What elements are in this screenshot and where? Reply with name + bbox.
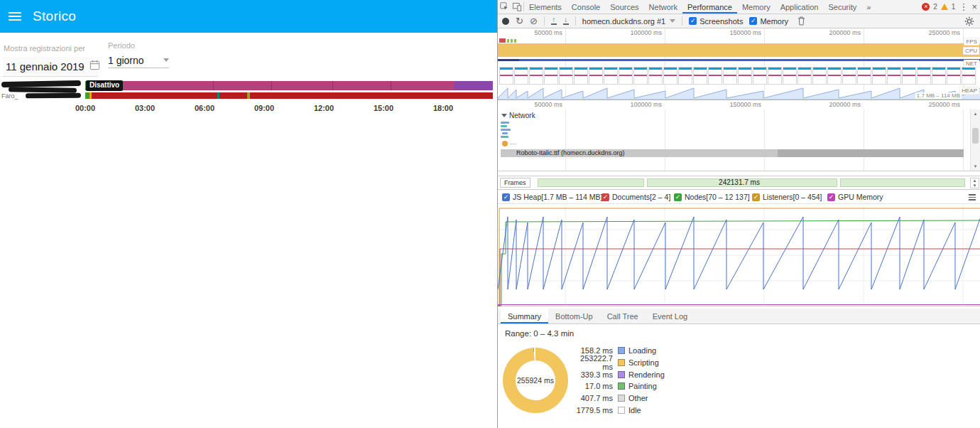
stepper-up-icon[interactable]: ▲ — [973, 178, 977, 183]
tab-call-tree[interactable]: Call Tree — [600, 309, 646, 323]
screenshot-thumbnail[interactable] — [738, 67, 752, 85]
timeline-overview[interactable]: 50000 ms 100000 ms 150000 ms 200000 ms 2… — [498, 28, 980, 100]
frame-segment[interactable] — [840, 178, 965, 187]
save-profile-icon[interactable]: ↓ — [563, 17, 569, 25]
screenshot-thumbnail[interactable] — [514, 67, 528, 85]
screenshot-thumbnail[interactable] — [932, 67, 946, 85]
tab-network[interactable]: Network — [644, 0, 682, 14]
network-request-bar[interactable] — [502, 132, 508, 134]
screenshot-thumbnail[interactable] — [544, 67, 558, 85]
screenshot-thumbnail[interactable] — [947, 67, 961, 85]
screenshot-thumbnail[interactable] — [619, 67, 633, 85]
counter-nodes[interactable]: Nodes[70 – 12 137] — [674, 193, 750, 201]
state-segment[interactable] — [217, 92, 219, 99]
kebab-menu-icon[interactable]: ⋮ — [959, 2, 968, 11]
counter-documents[interactable]: Documents[2 – 4] — [601, 193, 670, 201]
screenshot-thumbnail[interactable] — [708, 67, 722, 85]
scrollbar-thumb[interactable] — [972, 128, 979, 144]
date-picker-field[interactable]: 11 gennaio 2019 — [3, 57, 98, 77]
screenshot-thumbnail[interactable] — [768, 67, 782, 85]
screenshot-thumbnail[interactable] — [574, 67, 588, 85]
screenshot-thumbnail[interactable] — [753, 67, 767, 85]
screenshot-thumbnail[interactable] — [797, 67, 812, 85]
network-request-bar[interactable] — [501, 125, 507, 127]
network-request-bar[interactable] — [501, 122, 509, 124]
gear-icon[interactable] — [963, 16, 976, 27]
screenshot-thumbnail[interactable] — [693, 67, 707, 85]
network-request-bar[interactable] — [501, 129, 511, 131]
stepper-down-icon[interactable]: ▼ — [973, 183, 977, 188]
frames-track[interactable]: Frames 242131.7 ms ▲▼ — [498, 176, 980, 190]
screenshot-thumbnail[interactable] — [604, 67, 618, 85]
warning-icon[interactable] — [941, 4, 948, 10]
screenshot-thumbnail[interactable] — [648, 67, 663, 85]
scroll-up-arrow[interactable]: ▲ — [971, 109, 980, 118]
tab-bottom-up[interactable]: Bottom-Up — [548, 309, 600, 323]
tab-event-log[interactable]: Event Log — [646, 309, 695, 323]
error-icon[interactable]: × — [922, 3, 930, 11]
screenshot-thumbnail[interactable] — [723, 67, 737, 85]
network-request-bar[interactable] — [501, 136, 508, 138]
tab-console[interactable]: Console — [567, 0, 605, 14]
network-track[interactable]: 50000 ms 100000 ms 150000 ms 200000 ms 2… — [498, 100, 980, 171]
device-toolbar-icon[interactable] — [511, 1, 523, 13]
calendar-icon[interactable] — [89, 60, 100, 73]
screenshot-thumbnail[interactable] — [902, 67, 916, 85]
hamburger-menu-icon[interactable] — [9, 12, 21, 21]
network-request-dot[interactable] — [502, 141, 508, 146]
scroll-down-arrow[interactable]: ▼ — [971, 162, 980, 171]
screenshots-checkbox[interactable]: Screenshots — [689, 17, 743, 26]
more-tabs-button[interactable]: » — [861, 0, 876, 14]
tab-summary[interactable]: Summary — [501, 309, 548, 323]
screenshot-thumbnail[interactable] — [589, 67, 603, 85]
trash-icon[interactable] — [795, 16, 807, 27]
load-profile-icon[interactable]: ↑ — [551, 17, 557, 25]
screenshot-thumbnail[interactable] — [872, 67, 886, 85]
screenshot-thumbnail[interactable] — [962, 67, 976, 85]
screenshot-thumbnail[interactable] — [842, 67, 856, 85]
network-scrollbar[interactable]: ▲ ▼ — [970, 109, 980, 171]
screenshot-thumbnail[interactable] — [827, 67, 842, 85]
network-request-row[interactable]: Roboto-Italic.ttf (homecn.duckdns.org) — [501, 149, 964, 157]
memory-checkbox[interactable]: Memory — [749, 17, 788, 26]
counter-listeners[interactable]: Listeners[0 – 454] — [752, 193, 822, 201]
network-section-header[interactable]: Network — [501, 112, 535, 119]
screenshot-thumbnail[interactable] — [812, 67, 827, 85]
memory-chart[interactable] — [498, 204, 980, 306]
frame-segment[interactable] — [538, 178, 644, 187]
tab-memory[interactable]: Memory — [737, 0, 775, 14]
screenshot-thumbnail[interactable] — [887, 67, 901, 85]
screenshot-thumbnail[interactable] — [857, 67, 871, 85]
reload-and-profile-icon[interactable]: ↻ — [516, 16, 523, 26]
screenshot-thumbnail[interactable] — [663, 67, 677, 85]
counter-js-heap[interactable]: JS Heap[1.7 MB – 114 MB] — [502, 193, 602, 201]
profile-select[interactable]: homecn.duckdns.org #1 — [582, 17, 675, 26]
screenshot-thumbnail[interactable] — [917, 67, 931, 85]
tab-sources[interactable]: Sources — [605, 0, 643, 14]
screenshot-thumbnail[interactable] — [529, 67, 543, 85]
tab-elements[interactable]: Elements — [524, 0, 567, 14]
screenshot-thumbnail[interactable] — [678, 67, 692, 85]
state-segment[interactable] — [454, 81, 493, 90]
screenshot-thumbnail[interactable] — [783, 67, 797, 85]
inspect-element-icon[interactable] — [498, 1, 511, 13]
clear-icon[interactable]: ⊘ — [530, 16, 538, 26]
frames-stepper[interactable]: ▲▼ — [970, 178, 979, 188]
tab-application[interactable]: Application — [775, 0, 824, 14]
history-timeline[interactable]: Faro_ Disattivo 00:0003:0006:000 — [0, 78, 497, 115]
overlay-menu-icon[interactable] — [969, 194, 976, 200]
state-segment[interactable] — [92, 92, 493, 99]
screenshot-thumbnail[interactable] — [559, 67, 573, 85]
timeline-row[interactable] — [85, 92, 493, 99]
screenshot-thumbnail[interactable] — [633, 67, 648, 85]
close-icon[interactable]: × — [971, 2, 977, 11]
record-button[interactable] — [502, 18, 509, 25]
tab-security[interactable]: Security — [823, 0, 861, 14]
screenshot-thumbnail[interactable] — [499, 67, 513, 85]
counter-gpu-memory[interactable]: GPU Memory — [827, 193, 883, 201]
state-segment[interactable] — [247, 92, 250, 99]
tab-performance[interactable]: Performance — [682, 0, 737, 14]
timeline-row[interactable] — [85, 81, 493, 90]
state-segment[interactable] — [90, 81, 454, 90]
period-select[interactable]: 1 giorno — [108, 53, 169, 68]
